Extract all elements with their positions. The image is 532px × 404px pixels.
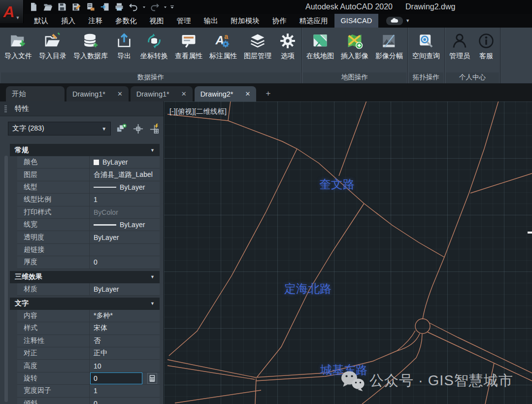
print-icon[interactable] [113,1,125,13]
ribbon-button-选项[interactable]: 选项 [275,30,300,61]
file-tab-开始[interactable]: 开始 [6,86,65,101]
viewport-controls[interactable]: [-][俯视][二维线框] [169,107,227,116]
ribbon-button-空间查询[interactable]: 空间查询 [409,30,443,61]
property-row-内容: 内容*多种* [17,310,160,322]
select-objects-icon[interactable] [132,123,144,135]
ribbon-button-查看属性[interactable]: 查看属性 [171,30,206,61]
cloud-button[interactable]: ▼ [386,14,410,28]
road-line[interactable] [169,149,297,356]
property-value-高度[interactable]: 10 [89,360,160,371]
property-value-厚度[interactable]: 0 [89,256,160,268]
file-tab-Drawing2*[interactable]: Drawing2*✕ [195,86,257,101]
ribbon-button-管理员[interactable]: 管理员 [446,30,473,61]
ribbon-button-坐标转换[interactable]: 坐标转换 [137,30,171,61]
property-value-透明度[interactable]: ByLayer [89,231,160,243]
new-file-icon[interactable] [28,1,39,13]
property-value-材质[interactable]: ByLayer [89,283,160,295]
property-value-旋转[interactable]: 0 [89,372,160,384]
ribbon-button-导出[interactable]: 导出 [111,30,137,61]
ribbon-button-导入文件[interactable]: 导入文件 [1,30,35,61]
ribbon-tab-插入[interactable]: 插入 [55,14,82,28]
undo-icon[interactable] [128,1,139,13]
property-value-线宽[interactable]: ByLayer [89,219,160,231]
palette-header[interactable]: 特性 [0,101,164,116]
export-page-icon[interactable] [99,1,111,13]
calculator-button[interactable] [147,373,157,384]
property-value-倾斜[interactable]: 0 [89,398,160,404]
roundabout-circle[interactable] [415,319,430,334]
undo-caret-icon[interactable] [142,1,146,13]
road-line[interactable] [228,101,231,121]
ribbon-button-图层管理[interactable]: 图层管理 [240,30,275,61]
ribbon-button-导入数据库[interactable]: 导入数据库 [70,30,111,61]
ribbon-tab-注释[interactable]: 注释 [82,14,109,28]
section-header-文字[interactable]: 文字▼ [10,298,160,310]
property-value-宽度因子[interactable]: 1 [89,385,160,397]
app-menu-button[interactable]: A ▼ [0,0,24,23]
drawing-canvas[interactable]: [-][俯视][二维线框] 奎文路定海北路城基东路 公众号 · GIS智慧城市 [164,101,532,404]
open-file-icon[interactable] [42,1,54,13]
save-as-icon[interactable] [70,1,82,13]
new-drawing-button[interactable]: + [263,89,273,99]
app-title: Autodesk AutoCAD 2020 [305,2,393,11]
section-header-常规[interactable]: 常规▼ [10,144,160,156]
close-icon[interactable]: ✕ [117,90,123,98]
road-line[interactable] [470,173,532,193]
redo-caret-icon[interactable] [163,1,167,13]
road-line[interactable] [362,334,422,404]
close-icon[interactable]: ✕ [245,90,251,98]
property-label: 线型 [17,183,89,192]
road-line[interactable] [167,366,255,379]
ribbon-tab-附加模块[interactable]: 附加模块 [225,14,266,28]
property-value-内容[interactable]: *多种* [89,310,160,322]
road-line[interactable] [167,360,255,377]
property-value-打印样式[interactable]: ByColor [89,206,160,218]
property-value-图层[interactable]: 合浦县_道路_Label [89,168,160,180]
ribbon-tab-协作[interactable]: 协作 [266,14,293,28]
property-value-样式[interactable]: 宋体 [89,322,160,334]
ribbon-tab-GIS4CAD[interactable]: GIS4CAD [334,14,379,28]
redo-icon[interactable] [149,1,161,13]
ribbon-tab-输出[interactable]: 输出 [198,14,225,28]
property-value-线型比例[interactable]: 1 [89,194,160,205]
road-label-定海北路[interactable]: 定海北路 [284,281,332,297]
ribbon-button-影像分幅[interactable]: 影像分幅 [372,30,406,61]
section-header-三维效果[interactable]: 三维效果▼ [10,271,160,283]
pickadd-toggle-icon[interactable] [115,123,128,135]
qat-customize-icon[interactable] [170,1,174,13]
rotation-input[interactable]: 0 [90,372,142,384]
ribbon-button-在线地图[interactable]: 在线地图 [303,30,337,61]
ribbon-button-导入目录[interactable]: 导入目录 [35,30,70,61]
property-value-超链接[interactable] [89,244,160,256]
ribbon-button-label: 在线地图 [306,52,334,61]
ribbon-button-插入影像[interactable]: 插入影像 [337,30,372,61]
ribbon-tab-参数化[interactable]: 参数化 [109,14,143,28]
ribbon-tab-默认[interactable]: 默认 [28,14,55,28]
file-tab-Drawing1*[interactable]: Drawing1*✕ [131,86,193,101]
save-icon[interactable] [56,1,68,13]
property-value-线型[interactable]: ByLayer [89,181,160,193]
object-type-select[interactable]: 文字 (283) ▼ [8,122,111,135]
property-value-颜色[interactable]: ByLayer [89,156,160,168]
road-line[interactable] [429,323,532,373]
property-value-注释性[interactable]: 否 [89,335,160,347]
ribbon-group-拓扑操作: 空间查询拓扑操作 [408,28,445,83]
ribbon-tab-视图[interactable]: 视图 [143,14,170,28]
ribbon-button-标注属性[interactable]: Aa标注属性 [206,30,240,61]
palette-scrollbar[interactable] [4,156,8,402]
ribbon-button-客服[interactable]: 客服 [473,30,499,61]
ribbon-tab-管理[interactable]: 管理 [170,14,198,28]
plot-icon[interactable] [85,1,97,13]
quick-select-icon[interactable] [148,123,161,135]
file-tab-Drawing1*[interactable]: Drawing1*✕ [66,86,129,101]
road-label-奎文路[interactable]: 奎文路 [319,176,355,192]
ribbon-tab-精选应用[interactable]: 精选应用 [293,14,334,28]
road-line[interactable] [339,101,366,176]
road-line[interactable] [397,331,415,351]
road-line[interactable] [423,101,499,319]
close-icon[interactable]: ✕ [181,90,187,98]
road-line[interactable] [167,114,444,257]
road-network [164,101,532,404]
property-value-对正[interactable]: 正中 [89,347,160,359]
road-line[interactable] [175,390,261,403]
